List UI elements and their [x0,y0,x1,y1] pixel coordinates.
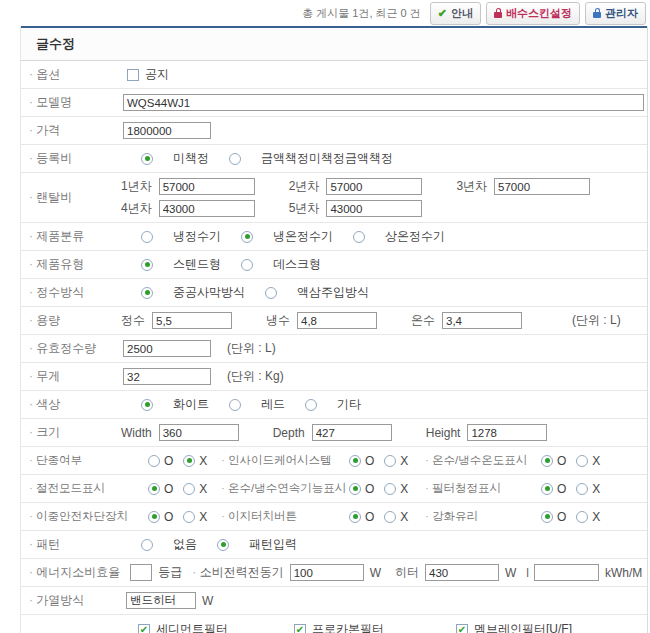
radio-icon[interactable] [576,455,588,467]
skin-settings-button[interactable]: 배수스킨설정 [486,2,580,25]
capacity-pure-input[interactable] [152,312,232,329]
capacity-hot-input[interactable] [442,312,522,329]
radio-icon[interactable] [349,455,361,467]
row-label: 크기 [21,424,116,441]
radio-icon[interactable] [141,287,153,299]
radio-icon[interactable] [541,511,553,523]
radio-icon[interactable] [148,455,160,467]
radio-icon[interactable] [229,153,241,165]
color-option-other[interactable]: 기타 [305,396,361,413]
effective-capacity-input[interactable] [123,340,211,357]
check-icon: ✔ [438,7,447,20]
checkbox-icon[interactable] [138,624,150,633]
lock-icon [494,12,502,18]
radio-icon[interactable] [229,399,241,411]
row-price: 가격 [21,117,647,145]
ptype-option-desk[interactable]: 데스크형 [241,256,321,273]
category-option-room-temp[interactable]: 상온정수기 [353,228,445,245]
rental-year3-input[interactable] [494,178,590,195]
rental-year1-input[interactable] [159,178,255,195]
admin-button[interactable]: 관리자 [585,2,646,25]
heating-method-input[interactable] [126,592,196,609]
continuous-function-ox-group[interactable]: O X [349,482,425,496]
inside-care-ox-group[interactable]: O X [349,454,425,468]
radio-icon[interactable] [541,455,553,467]
row-model: 모델명 [21,89,647,117]
notice-checkbox-option[interactable]: 공지 [127,66,169,83]
pattern-option-none[interactable]: 없음 [141,536,197,553]
size-height-input[interactable] [467,424,547,441]
radio-icon[interactable] [183,511,195,523]
radio-icon[interactable] [141,539,153,551]
regfee-option-priced[interactable]: 금액책정미책정금액책정 [229,150,393,167]
radio-icon[interactable] [241,231,253,243]
radio-icon[interactable] [183,455,195,467]
radio-icon[interactable] [349,483,361,495]
radio-icon[interactable] [384,511,396,523]
model-input[interactable] [123,94,644,111]
ptype-option-stand[interactable]: 스텐드형 [141,256,221,273]
radio-icon[interactable] [148,511,160,523]
filter-pro-carbon-option[interactable]: 프로카본필터 [294,621,456,633]
rental-year5-input[interactable] [326,200,422,217]
energy-heater-input[interactable] [425,564,499,581]
method-option-hollow-fiber[interactable]: 중공사막방식 [141,284,245,301]
filter-clean-ox-group[interactable]: O X [541,482,647,496]
rental-year4-input[interactable] [159,200,255,217]
category-option-cold-hot[interactable]: 냉온정수기 [241,228,333,245]
radio-icon[interactable] [241,259,253,271]
radio-icon[interactable] [576,511,588,523]
notice-button[interactable]: ✔ 안내 [430,2,481,25]
discontinued-ox-group[interactable]: O X [148,454,221,468]
filter-sediment-option[interactable]: 세디먼트필터 [138,621,294,633]
radio-icon[interactable] [183,483,195,495]
color-option-white[interactable]: 화이트 [141,396,209,413]
row-label: 가열방식 [21,592,116,609]
category-option-cold[interactable]: 냉정수기 [141,228,221,245]
method-option-injection[interactable]: 액삼주입방식 [265,284,369,301]
power-save-ox-group[interactable]: O X [148,482,221,496]
easy-touch-ox-group[interactable]: O X [349,510,425,524]
checkbox-icon[interactable] [294,624,306,633]
extra-label: l [526,566,529,580]
tempered-glass-ox-group[interactable]: O X [541,510,647,524]
pattern-option-input[interactable]: 패턴입력 [217,536,297,553]
radio-icon[interactable] [141,153,153,165]
radio-icon[interactable] [141,231,153,243]
radio-icon[interactable] [141,399,153,411]
energy-motor-input[interactable] [290,564,364,581]
rental-year2-input[interactable] [326,178,422,195]
radio-icon[interactable] [576,483,588,495]
radio-icon[interactable] [148,483,160,495]
radio-icon[interactable] [541,483,553,495]
row-purification-method: 정수방식 중공사막방식 액삼주입방식 [21,279,647,307]
radio-icon[interactable] [349,511,361,523]
checkbox-icon[interactable] [127,69,139,81]
capacity-cold-input[interactable] [297,312,377,329]
row-color: 색상 화이트 레드 기타 [21,391,647,419]
radio-icon[interactable] [353,231,365,243]
radio-icon[interactable] [384,483,396,495]
weight-input[interactable] [123,368,211,385]
radio-icon[interactable] [265,287,277,299]
top-bar: 총 게시물 1건, 최근 0 건 ✔ 안내 배수스킨설정 관리자 [20,0,648,26]
filter-membrane-option[interactable]: 멤브레인필터[U/F] [456,621,572,633]
size-width-input[interactable] [159,424,239,441]
radio-icon[interactable] [141,259,153,271]
radio-icon[interactable] [217,539,229,551]
radio-icon[interactable] [384,455,396,467]
unit-label: (단위 : Kg) [227,368,284,385]
regfee-option-unset[interactable]: 미책정 [141,150,209,167]
row-ox-1: 단종여부 O X 인사이드케어시스템 O X 온수/냉수온도표시 O X [21,447,647,475]
size-depth-input[interactable] [312,424,392,441]
row-weight: 무게 (단위 : Kg) [21,363,647,391]
radio-icon[interactable] [305,399,317,411]
double-safety-ox-group[interactable]: O X [148,510,221,524]
energy-extra-input[interactable] [534,564,599,581]
checkbox-icon[interactable] [456,624,468,633]
price-input[interactable] [123,122,211,139]
row-label: 등록비 [21,150,116,167]
temp-display-ox-group[interactable]: O X [541,454,647,468]
energy-grade-input[interactable] [130,564,152,581]
color-option-red[interactable]: 레드 [229,396,285,413]
